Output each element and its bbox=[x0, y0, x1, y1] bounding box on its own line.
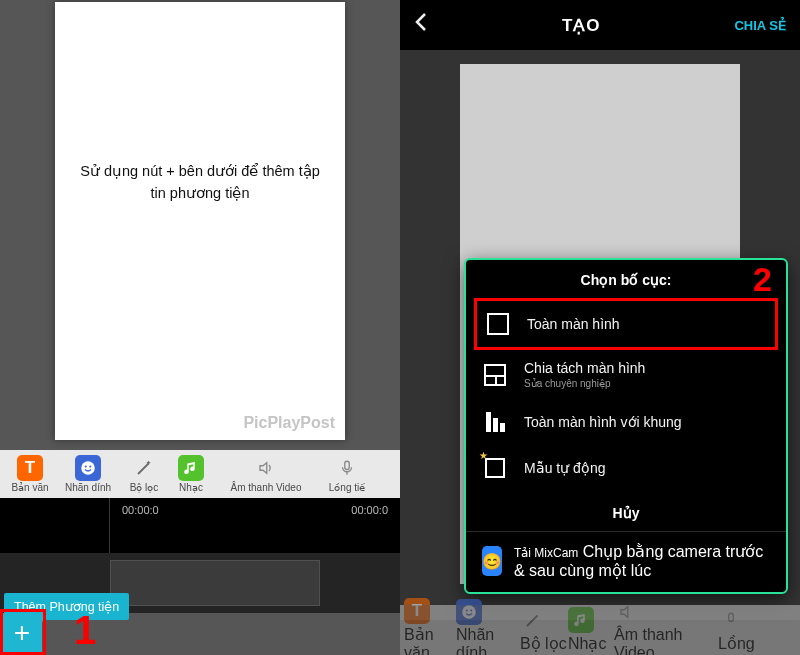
timecode-end: 00:00:0 bbox=[351, 504, 388, 516]
tool-music-dim: Nhạc bbox=[568, 607, 614, 653]
watermark: PicPlayPost bbox=[243, 414, 335, 432]
divider bbox=[466, 531, 786, 532]
sticker-icon bbox=[75, 455, 101, 481]
layout-option-split[interactable]: Chia tách màn hình Sửa chuyên nghiệp bbox=[466, 350, 786, 399]
text-icon: T bbox=[17, 455, 43, 481]
mixcam-title: Tải MixCam bbox=[514, 546, 578, 560]
tool-text-label: Bản văn bbox=[11, 482, 48, 493]
editor-toolbar-dimmed: T Bản văn Nhãn dính Bộ lọc Nhạc bbox=[400, 605, 800, 655]
mic-icon bbox=[334, 455, 360, 481]
tool-audio-label: Âm thanh Video bbox=[231, 482, 302, 493]
page-title: TẠO bbox=[562, 15, 601, 36]
speaker-icon bbox=[253, 455, 279, 481]
tool-filter-dim: Bộ lọc bbox=[520, 607, 568, 653]
cancel-button[interactable]: Hủy bbox=[466, 491, 786, 525]
tool-text-dim: T Bản văn bbox=[404, 598, 456, 655]
clip-placeholder bbox=[110, 560, 320, 606]
tool-voice-label: Lồng tiế bbox=[329, 482, 365, 493]
sheet-title: Chọn bố cục: bbox=[466, 268, 786, 298]
wand-icon bbox=[520, 607, 546, 633]
split-icon bbox=[482, 362, 508, 388]
preview-hint: Sử dụng nút + bên dưới để thêm tập tin p… bbox=[55, 160, 345, 205]
preview-area: Sử dụng nút + bên dưới để thêm tập tin p… bbox=[0, 0, 400, 450]
layout-framed-label: Toàn màn hình với khung bbox=[524, 414, 682, 430]
svg-point-0 bbox=[81, 461, 95, 475]
sticker-icon bbox=[456, 599, 482, 625]
share-button[interactable]: CHIA SẺ bbox=[734, 18, 786, 33]
tool-filter[interactable]: Bộ lọc bbox=[120, 455, 168, 493]
layout-option-fullscreen[interactable]: Toàn màn hình bbox=[474, 298, 778, 350]
music-icon bbox=[568, 607, 594, 633]
right-preview-area: 2 Chọn bố cục: Toàn màn hình Chia tách m… bbox=[400, 50, 800, 620]
svg-point-2 bbox=[89, 465, 91, 467]
tool-text[interactable]: T Bản văn bbox=[4, 455, 56, 493]
layout-option-framed[interactable]: Toàn màn hình với khung bbox=[466, 399, 786, 445]
svg-point-4 bbox=[462, 605, 476, 619]
layout-fullscreen-label: Toàn màn hình bbox=[527, 316, 620, 332]
svg-point-6 bbox=[470, 609, 472, 611]
mixcam-promo[interactable]: 😊 Tải MixCam Chụp bằng camera trước & sa… bbox=[466, 538, 786, 586]
tool-music-label: Nhạc bbox=[179, 482, 203, 493]
layout-chooser-sheet: 2 Chọn bố cục: Toàn màn hình Chia tách m… bbox=[464, 258, 788, 594]
wand-icon bbox=[131, 455, 157, 481]
layout-option-auto[interactable]: Mẫu tự động bbox=[466, 445, 786, 491]
back-button[interactable] bbox=[414, 12, 428, 38]
auto-template-icon bbox=[482, 455, 508, 481]
svg-point-5 bbox=[466, 609, 468, 611]
tool-sticker[interactable]: Nhãn dính bbox=[56, 455, 120, 493]
annotation-number-2: 2 bbox=[753, 260, 772, 299]
tool-audio[interactable]: Âm thanh Video bbox=[214, 455, 318, 493]
svg-point-1 bbox=[85, 465, 87, 467]
tool-voice[interactable]: Lồng tiế bbox=[318, 455, 376, 493]
svg-rect-7 bbox=[729, 613, 734, 621]
text-icon: T bbox=[404, 598, 430, 624]
framed-icon bbox=[482, 409, 508, 435]
layout-split-label: Chia tách màn hình bbox=[524, 360, 645, 376]
music-icon bbox=[178, 455, 204, 481]
tool-music[interactable]: Nhạc bbox=[168, 455, 214, 493]
timecode-start: 00:00:0 bbox=[122, 504, 159, 516]
chevron-left-icon bbox=[414, 12, 428, 32]
left-screen: Sử dụng nút + bên dưới để thêm tập tin p… bbox=[0, 0, 400, 655]
mic-icon bbox=[718, 607, 744, 633]
tool-sticker-dim: Nhãn dính bbox=[456, 599, 520, 656]
create-header: TẠO CHIA SẺ bbox=[400, 0, 800, 50]
tool-voice-dim: Lồng bbox=[718, 607, 776, 653]
tool-audio-dim: Âm thanh Video bbox=[614, 599, 718, 656]
fullscreen-icon bbox=[485, 311, 511, 337]
tool-sticker-label: Nhãn dính bbox=[65, 482, 111, 493]
right-screen: TẠO CHIA SẺ 2 Chọn bố cục: Toàn màn hình… bbox=[400, 0, 800, 655]
svg-rect-3 bbox=[345, 461, 350, 469]
timeline-ruler[interactable]: 00:00:0 00:00:0 bbox=[0, 498, 400, 553]
editor-toolbar: T Bản văn Nhãn dính Bộ lọc Nhạc bbox=[0, 450, 400, 498]
layout-split-sublabel: Sửa chuyên nghiệp bbox=[524, 378, 645, 389]
add-media-button[interactable]: + bbox=[2, 613, 42, 653]
annotation-number-1: 1 bbox=[74, 608, 96, 653]
layout-auto-label: Mẫu tự động bbox=[524, 460, 605, 476]
tool-filter-label: Bộ lọc bbox=[130, 482, 159, 493]
mixcam-icon: 😊 bbox=[482, 546, 502, 576]
preview-card: Sử dụng nút + bên dưới để thêm tập tin p… bbox=[55, 2, 345, 440]
speaker-icon bbox=[614, 599, 640, 625]
